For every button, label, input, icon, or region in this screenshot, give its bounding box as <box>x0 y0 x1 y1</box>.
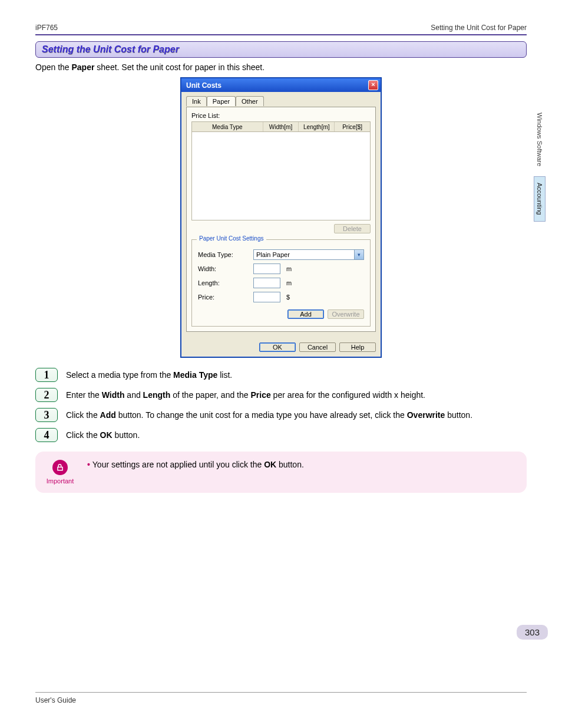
side-tab-windows-software[interactable]: Windows Software <box>534 106 546 173</box>
step-number: 2 <box>35 388 58 402</box>
tab-ink[interactable]: Ink <box>186 96 207 106</box>
step-text: Select a media type from the Media Type … <box>66 368 527 381</box>
delete-button[interactable]: Delete <box>334 224 371 233</box>
width-label: Width: <box>198 265 250 272</box>
price-list-label: Price List: <box>191 112 371 119</box>
step-4: 4 Click the OK button. <box>35 428 527 442</box>
price-input[interactable] <box>253 292 280 302</box>
ok-button[interactable]: OK <box>259 342 296 352</box>
intro-text: Open the Paper sheet. Set the unit cost … <box>35 62 527 72</box>
width-unit: m <box>286 265 292 272</box>
cancel-button[interactable]: Cancel <box>299 342 336 352</box>
length-label: Length: <box>198 279 250 286</box>
header-left: iPF765 <box>35 24 58 32</box>
important-label: Important <box>47 477 74 485</box>
step-1: 1 Select a media type from the Media Typ… <box>35 368 527 382</box>
step-number: 1 <box>35 368 58 382</box>
close-icon[interactable]: × <box>368 80 378 90</box>
price-list-body[interactable] <box>191 132 371 220</box>
dialog-title-text: Unit Costs <box>186 81 222 90</box>
header-right: Setting the Unit Cost for Paper <box>431 24 527 32</box>
price-unit: $ <box>286 294 290 301</box>
header-rule <box>35 34 527 35</box>
side-tab-accounting[interactable]: Accounting <box>534 176 546 221</box>
step-text: Click the OK button. <box>66 428 527 441</box>
col-price[interactable]: Price[$] <box>335 122 370 131</box>
length-unit: m <box>286 279 292 286</box>
important-note: Important Your settings are not applied … <box>35 452 527 493</box>
col-width[interactable]: Width[m] <box>263 122 299 131</box>
step-2: 2 Enter the Width and Length of the pape… <box>35 388 527 402</box>
paper-unit-cost-settings: Paper Unit Cost Settings Media Type: Pla… <box>191 239 371 327</box>
chevron-down-icon[interactable]: ▾ <box>354 250 363 259</box>
fieldset-legend: Paper Unit Cost Settings <box>197 235 266 242</box>
side-tabs: Windows Software Accounting <box>534 106 546 222</box>
unit-costs-dialog: Unit Costs × Ink Paper Other Price List:… <box>181 78 381 357</box>
important-text: Your settings are not applied until you … <box>87 460 304 469</box>
width-input[interactable] <box>253 263 280 274</box>
page-number: 303 <box>517 625 548 640</box>
tab-paper[interactable]: Paper <box>207 96 236 106</box>
overwrite-button[interactable]: Overwrite <box>328 309 364 319</box>
section-title-text: Setting the Unit Cost for Paper <box>42 44 179 54</box>
section-title-bar: Setting the Unit Cost for Paper <box>35 41 527 58</box>
step-3: 3 Click the Add button. To change the un… <box>35 408 527 422</box>
price-label: Price: <box>198 294 250 301</box>
step-number: 3 <box>35 408 58 422</box>
steps-list: 1 Select a media type from the Media Typ… <box>35 368 527 442</box>
tab-other[interactable]: Other <box>236 96 264 106</box>
dialog-titlebar: Unit Costs × <box>181 78 381 92</box>
col-media-type[interactable]: Media Type <box>192 122 263 131</box>
media-type-label: Media Type: <box>198 251 250 258</box>
length-input[interactable] <box>253 278 280 288</box>
add-button[interactable]: Add <box>287 309 324 319</box>
help-button[interactable]: Help <box>339 342 376 352</box>
price-list-header: Media Type Width[m] Length[m] Price[$] <box>191 121 371 132</box>
dialog-tabs: Ink Paper Other <box>186 95 376 106</box>
step-text: Click the Add button. To change the unit… <box>66 408 527 421</box>
media-type-combo[interactable]: Plain Paper ▾ <box>253 249 364 260</box>
step-number: 4 <box>35 428 58 442</box>
footer-text: User's Guide <box>35 692 527 704</box>
media-type-value: Plain Paper <box>256 251 290 258</box>
step-text: Enter the Width and Length of the paper,… <box>66 388 527 401</box>
important-icon <box>52 460 68 475</box>
col-length[interactable]: Length[m] <box>299 122 335 131</box>
